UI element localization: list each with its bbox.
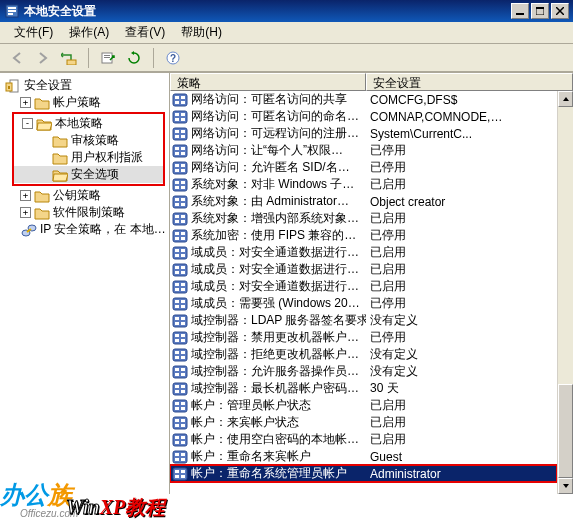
list-row[interactable]: 域控制器：拒绝更改机器帐户…没有定义: [170, 346, 557, 363]
tree-local-policy[interactable]: - 本地策略: [14, 115, 163, 132]
minimize-button[interactable]: [511, 3, 529, 19]
menu-file[interactable]: 文件(F): [6, 22, 61, 43]
list-row[interactable]: 域成员：需要强 (Windows 20…已停用: [170, 295, 557, 312]
svg-rect-108: [181, 385, 185, 388]
svg-rect-130: [181, 458, 185, 461]
svg-rect-72: [175, 266, 179, 269]
list-row[interactable]: 帐户：使用空白密码的本地帐…已启用: [170, 431, 557, 448]
svg-rect-59: [175, 220, 179, 223]
tree-audit-policy[interactable]: 审核策略: [14, 132, 163, 149]
up-button[interactable]: [58, 47, 80, 69]
scroll-up-button[interactable]: [558, 91, 573, 107]
list-row[interactable]: 域控制器：LDAP 服务器签名要求没有定义: [170, 312, 557, 329]
list-row[interactable]: 帐户：管理员帐户状态已启用: [170, 397, 557, 414]
svg-rect-75: [181, 271, 185, 274]
collapse-icon[interactable]: -: [22, 118, 33, 129]
policy-icon: [172, 263, 188, 277]
list-row[interactable]: 网络访问：可匿名访问的共享COMCFG,DFS$: [170, 91, 557, 108]
expand-icon[interactable]: +: [20, 207, 31, 218]
svg-rect-21: [173, 94, 187, 106]
list-row[interactable]: 帐户：重命名来宾帐户Guest: [170, 448, 557, 465]
list-row[interactable]: 域控制器：最长机器帐户密码…30 天: [170, 380, 557, 397]
svg-rect-124: [175, 441, 179, 444]
tree-root-label: 安全设置: [24, 77, 72, 94]
policy-icon: [172, 399, 188, 413]
svg-rect-88: [181, 317, 185, 320]
svg-rect-35: [181, 135, 185, 138]
svg-rect-61: [173, 230, 187, 242]
svg-rect-91: [173, 332, 187, 344]
expand-icon[interactable]: +: [20, 97, 31, 108]
list-row[interactable]: 系统对象：由 Administrator…Object creator: [170, 193, 557, 210]
svg-rect-73: [181, 266, 185, 269]
forward-button[interactable]: [32, 47, 54, 69]
list-row[interactable]: 网络访问：可匿名访问的命名…COMNAP,COMNODE,…: [170, 108, 557, 125]
tree-pubkey-policy[interactable]: + 公钥策略: [0, 187, 169, 204]
scroll-down-button[interactable]: [558, 478, 573, 494]
list-row[interactable]: 系统对象：增强内部系统对象…已启用: [170, 210, 557, 227]
list-row[interactable]: 域成员：对安全通道数据进行…已启用: [170, 261, 557, 278]
svg-rect-96: [173, 349, 187, 361]
policy-value: 已启用: [370, 279, 406, 293]
refresh-button[interactable]: [123, 47, 145, 69]
tree-software-restrict[interactable]: + 软件限制策略: [0, 204, 169, 221]
svg-rect-54: [175, 203, 179, 206]
policy-value: 没有定义: [370, 313, 418, 327]
policy-value: System\CurrentC...: [370, 127, 472, 141]
svg-rect-84: [175, 305, 179, 308]
scroll-thumb[interactable]: [558, 384, 573, 478]
tree-ipsec-policy[interactable]: IP 安全策略，在 本地…: [0, 221, 169, 238]
svg-rect-22: [175, 96, 179, 99]
list-row[interactable]: 系统对象：对非 Windows 子…已启用: [170, 176, 557, 193]
column-header-policy[interactable]: 策略: [170, 73, 366, 91]
svg-rect-125: [181, 441, 185, 444]
toolbar: ?: [0, 44, 573, 72]
list-row[interactable]: 域成员：对安全通道数据进行…已启用: [170, 244, 557, 261]
tree-security-options[interactable]: 安全选项: [14, 166, 163, 183]
svg-rect-32: [175, 130, 179, 133]
policy-icon: [172, 450, 188, 464]
menu-action[interactable]: 操作(A): [61, 22, 117, 43]
policy-name: 系统对象：由 Administrator…: [191, 193, 349, 210]
list-row[interactable]: 系统加密：使用 FIPS 兼容的…已停用: [170, 227, 557, 244]
tree-account-policy[interactable]: + 帐户策略: [0, 94, 169, 111]
policy-icon: [172, 467, 188, 481]
list-row[interactable]: 帐户：重命名系统管理员帐户Administrator: [170, 465, 557, 482]
svg-rect-94: [175, 339, 179, 342]
svg-rect-49: [175, 186, 179, 189]
help-button[interactable]: ?: [162, 47, 184, 69]
menubar: 文件(F) 操作(A) 查看(V) 帮助(H): [0, 22, 573, 44]
svg-rect-45: [181, 169, 185, 172]
column-header-setting[interactable]: 安全设置: [366, 73, 573, 91]
export-button[interactable]: [97, 47, 119, 69]
tree-root[interactable]: 安全设置: [0, 77, 169, 94]
svg-rect-47: [175, 181, 179, 184]
list-row[interactable]: 网络访问：允许匿名 SID/名…已停用: [170, 159, 557, 176]
list-row[interactable]: 域成员：对安全通道数据进行…已启用: [170, 278, 557, 295]
svg-rect-31: [173, 128, 187, 140]
policy-value: 没有定义: [370, 347, 418, 361]
tree-label: 帐户策略: [53, 94, 101, 111]
svg-rect-86: [173, 315, 187, 327]
svg-rect-131: [173, 468, 187, 480]
list-row[interactable]: 帐户：来宾帐户状态已启用: [170, 414, 557, 431]
svg-rect-133: [181, 470, 185, 473]
svg-rect-62: [175, 232, 179, 235]
vertical-scrollbar[interactable]: [557, 91, 573, 494]
maximize-button[interactable]: [531, 3, 549, 19]
svg-rect-34: [175, 135, 179, 138]
menu-view[interactable]: 查看(V): [117, 22, 173, 43]
svg-rect-79: [175, 288, 179, 291]
list-row[interactable]: 域控制器：禁用更改机器帐户…已停用: [170, 329, 557, 346]
close-button[interactable]: [551, 3, 569, 19]
back-button[interactable]: [6, 47, 28, 69]
menu-help[interactable]: 帮助(H): [173, 22, 230, 43]
list-row[interactable]: 网络访问：可远程访问的注册…System\CurrentC...: [170, 125, 557, 142]
expand-icon[interactable]: +: [20, 190, 31, 201]
tree-user-rights[interactable]: 用户权利指派: [14, 149, 163, 166]
policy-name: 域控制器：允许服务器操作员…: [191, 363, 359, 380]
svg-rect-69: [175, 254, 179, 257]
list-row[interactable]: 域控制器：允许服务器操作员…没有定义: [170, 363, 557, 380]
svg-rect-103: [181, 368, 185, 371]
list-row[interactable]: 网络访问：让“每个人”权限…已停用: [170, 142, 557, 159]
